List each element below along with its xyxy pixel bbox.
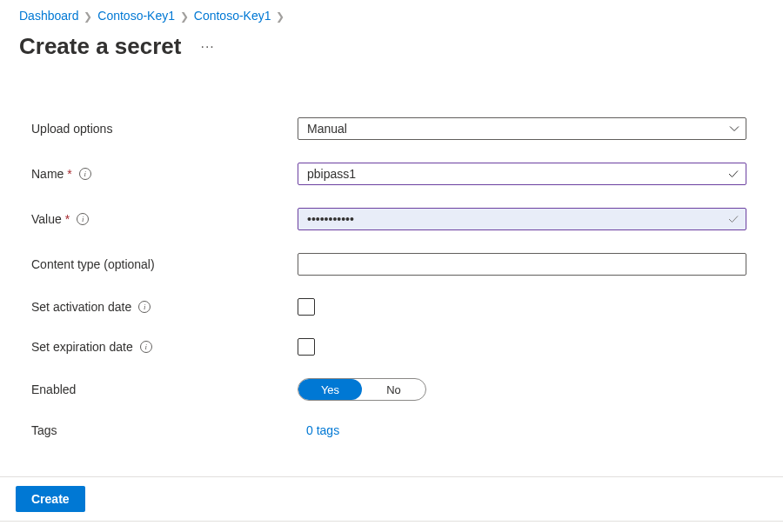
page-header: Create a secret ··· (0, 26, 783, 65)
required-indicator: * (65, 212, 70, 226)
name-field[interactable] (298, 163, 746, 185)
label-text: Upload options (31, 122, 112, 136)
info-icon[interactable]: i (77, 213, 89, 225)
activation-checkbox[interactable] (298, 298, 315, 316)
row-upload-options: Upload options Manual (31, 117, 752, 140)
label-content-type: Content type (optional) (31, 257, 298, 271)
label-upload-options: Upload options (31, 122, 298, 136)
breadcrumb-dashboard[interactable]: Dashboard (19, 9, 79, 23)
content-type-input[interactable] (298, 253, 746, 276)
footer: Create (0, 476, 783, 522)
label-text: Set expiration date (31, 340, 133, 354)
tags-link[interactable]: 0 tags (298, 423, 339, 437)
label-name: Name * i (31, 167, 298, 181)
content-type-field[interactable] (298, 253, 746, 276)
chevron-right-icon: ❯ (84, 10, 92, 23)
value-input[interactable] (298, 208, 746, 230)
info-icon[interactable]: i (138, 301, 151, 313)
upload-options-select[interactable]: Manual (298, 117, 746, 140)
chevron-right-icon: ❯ (180, 10, 189, 23)
info-icon[interactable]: i (79, 168, 91, 180)
info-icon[interactable]: i (140, 341, 152, 353)
label-expiration: Set expiration date i (31, 340, 298, 354)
breadcrumb-contoso-key1-a[interactable]: Contoso-Key1 (97, 9, 175, 23)
chevron-right-icon: ❯ (276, 10, 284, 23)
label-enabled: Enabled (31, 382, 298, 396)
enabled-toggle[interactable]: Yes No (298, 378, 426, 401)
enabled-yes[interactable]: Yes (298, 379, 362, 400)
label-value: Value * i (31, 212, 298, 226)
row-value: Value * i (31, 208, 752, 230)
label-activation: Set activation date i (31, 300, 298, 314)
label-text: Set activation date (31, 300, 131, 314)
more-icon[interactable]: ··· (197, 36, 218, 58)
row-content-type: Content type (optional) (31, 253, 752, 276)
row-expiration: Set expiration date i (31, 338, 752, 356)
enabled-no[interactable]: No (362, 379, 425, 400)
label-tags: Tags (31, 423, 298, 437)
label-text: Content type (optional) (31, 257, 155, 271)
row-name: Name * i (31, 163, 752, 185)
row-enabled: Enabled Yes No (31, 378, 752, 401)
label-text: Value (31, 212, 62, 226)
form: Upload options Manual Name * i (0, 65, 783, 477)
breadcrumb-contoso-key1-b[interactable]: Contoso-Key1 (194, 9, 271, 23)
name-input[interactable] (298, 163, 746, 185)
label-text: Name (31, 167, 64, 181)
expiration-checkbox[interactable] (298, 338, 315, 356)
select-value: Manual (307, 122, 347, 136)
label-text: Enabled (31, 382, 76, 396)
required-indicator: * (67, 167, 71, 181)
label-text: Tags (31, 423, 57, 437)
page-title: Create a secret (19, 33, 181, 60)
row-tags: Tags 0 tags (31, 423, 752, 437)
row-activation: Set activation date i (31, 298, 752, 316)
value-field[interactable] (298, 208, 746, 230)
breadcrumb: Dashboard ❯ Contoso-Key1 ❯ Contoso-Key1 … (0, 0, 783, 26)
create-button[interactable]: Create (16, 486, 85, 512)
